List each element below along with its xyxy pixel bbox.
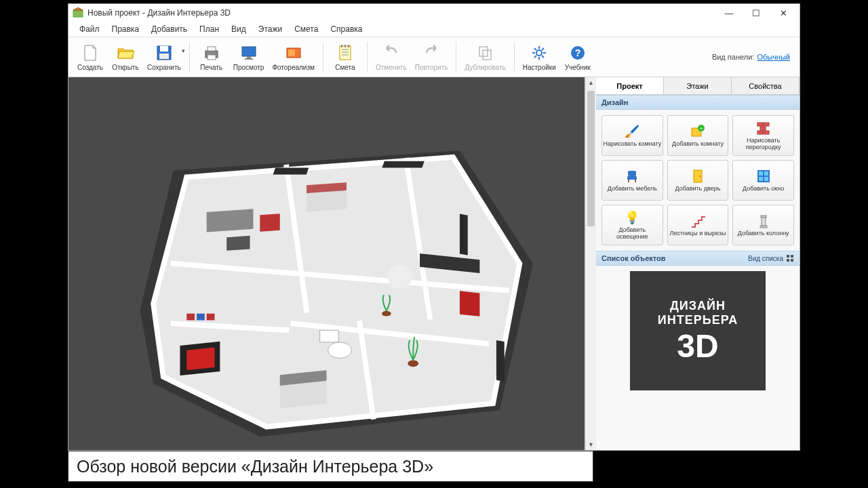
3d-viewport[interactable] xyxy=(68,77,585,450)
list-view-toggle[interactable]: Вид списка xyxy=(748,254,794,262)
add-furniture-button[interactable]: Добавить мебель xyxy=(601,160,663,201)
svg-rect-60 xyxy=(627,176,637,180)
svg-rect-70 xyxy=(760,226,767,228)
menu-help[interactable]: Справка xyxy=(325,23,368,35)
undo-icon xyxy=(382,43,401,62)
svg-rect-61 xyxy=(628,180,629,182)
door-icon xyxy=(690,168,706,184)
toolbar-separator xyxy=(323,42,323,72)
svg-text:+: + xyxy=(700,125,703,131)
monitor-icon xyxy=(239,43,258,62)
toolbar-separator xyxy=(189,42,190,72)
design-grid: 🖌️Нарисовать комнату +Добавить комнату Н… xyxy=(596,110,800,251)
menu-file[interactable]: Файл xyxy=(74,23,105,35)
section-objects-header: Список объектовВид списка xyxy=(596,251,800,266)
panel-type-label: Вид панели:Обычный xyxy=(712,53,795,61)
draw-room-button[interactable]: 🖌️Нарисовать комнату xyxy=(601,115,663,156)
svg-rect-20 xyxy=(479,47,488,56)
menu-plan[interactable]: План xyxy=(194,23,224,35)
svg-rect-55 xyxy=(764,123,769,126)
side-panel: Проект Этажи Свойства Дизайн 🖌️Нарисоват… xyxy=(596,77,800,450)
notepad-icon xyxy=(336,43,355,62)
duplicate-icon xyxy=(476,43,495,62)
window-icon xyxy=(755,168,772,184)
svg-point-47 xyxy=(382,311,391,317)
svg-rect-33 xyxy=(260,214,279,232)
panel-type-link[interactable]: Обычный xyxy=(757,53,790,61)
open-button[interactable]: Открыть xyxy=(108,38,143,76)
svg-rect-62 xyxy=(635,180,636,182)
svg-rect-19 xyxy=(348,45,349,47)
side-tabs: Проект Этажи Свойства xyxy=(596,77,800,95)
bulb-icon: 💡 xyxy=(624,209,640,226)
chair-icon xyxy=(624,168,640,184)
add-room-button[interactable]: +Добавить комнату xyxy=(667,115,729,156)
menu-add[interactable]: Добавить xyxy=(146,23,193,35)
svg-point-64 xyxy=(699,176,701,177)
add-door-button[interactable]: Добавить дверь xyxy=(667,160,729,201)
svg-point-39 xyxy=(388,265,412,289)
svg-text:?: ? xyxy=(574,47,580,58)
duplicate-button[interactable]: Дублировать xyxy=(460,38,509,76)
tab-project[interactable]: Проект xyxy=(596,77,664,94)
svg-rect-73 xyxy=(787,259,789,262)
svg-rect-21 xyxy=(483,50,491,60)
add-lighting-button[interactable]: 💡Добавить освещение xyxy=(601,205,663,245)
menu-floors[interactable]: Этажи xyxy=(253,23,288,35)
brush-icon: 🖌️ xyxy=(624,123,640,140)
svg-rect-69 xyxy=(762,218,766,226)
app-icon xyxy=(73,7,83,18)
preview-button[interactable]: Просмотр xyxy=(229,38,269,76)
minimize-button[interactable]: — xyxy=(715,5,743,21)
estimate-button[interactable]: Смета xyxy=(328,38,363,76)
draw-partition-button[interactable]: Нарисовать перегородку xyxy=(732,115,794,156)
scrollbar-thumb[interactable] xyxy=(587,91,595,226)
scroll-down-icon[interactable]: ▼ xyxy=(586,439,596,450)
add-column-button[interactable]: Добавить колонну xyxy=(732,205,794,245)
svg-rect-41 xyxy=(186,347,214,370)
settings-button[interactable]: Настройки xyxy=(519,38,560,76)
photoreal-button[interactable]: Фотореализм xyxy=(268,38,319,76)
svg-rect-38 xyxy=(460,291,479,316)
svg-rect-54 xyxy=(757,123,763,126)
svg-rect-58 xyxy=(764,131,769,134)
svg-rect-9 xyxy=(247,56,251,58)
content-area: ▲ ▼ Проект Этажи Свойства Дизайн 🖌️Нарис… xyxy=(68,77,800,450)
wall-icon xyxy=(755,120,772,136)
close-button[interactable]: ✕ xyxy=(770,5,797,21)
svg-rect-49 xyxy=(197,314,205,321)
undo-button[interactable]: Отменить xyxy=(372,38,411,76)
print-button[interactable]: Печать xyxy=(194,38,229,76)
tab-properties[interactable]: Свойства xyxy=(732,77,800,94)
svg-rect-7 xyxy=(208,55,216,60)
toolbar-separator xyxy=(456,42,456,72)
svg-marker-1 xyxy=(73,7,83,10)
maximize-button[interactable]: ☐ xyxy=(743,5,770,21)
svg-rect-4 xyxy=(159,54,169,59)
svg-rect-48 xyxy=(186,314,195,321)
promo-banner: ДИЗАЙН ИНТЕРЬЕРА 3D xyxy=(630,271,766,390)
create-button[interactable]: Создать xyxy=(73,38,108,76)
stairs-button[interactable]: Лестницы и вырезы xyxy=(667,205,729,245)
scroll-up-icon[interactable]: ▲ xyxy=(586,77,596,88)
room-add-icon: + xyxy=(690,123,706,140)
section-design-header: Дизайн xyxy=(596,95,800,110)
svg-rect-3 xyxy=(160,46,168,52)
add-window-button[interactable]: Добавить окно xyxy=(732,160,794,201)
viewport-scrollbar[interactable]: ▲ ▼ xyxy=(585,77,596,450)
menu-edit[interactable]: Правка xyxy=(106,23,145,35)
save-button[interactable]: Сохранить▾ xyxy=(143,38,185,76)
menu-view[interactable]: Вид xyxy=(226,23,252,35)
menu-estimate[interactable]: Смета xyxy=(289,23,323,35)
help-icon: ? xyxy=(568,43,587,62)
redo-button[interactable]: Повторить xyxy=(411,38,452,76)
svg-rect-31 xyxy=(496,340,505,382)
tab-floors[interactable]: Этажи xyxy=(664,77,732,94)
svg-point-46 xyxy=(408,360,418,367)
svg-rect-29 xyxy=(382,161,425,168)
app-window: Новый проект - Дизайн Интерьера 3D — ☐ ✕… xyxy=(68,3,800,451)
svg-rect-13 xyxy=(340,46,351,60)
tutorial-button[interactable]: ?Учебник xyxy=(560,38,595,76)
toolbar-separator xyxy=(367,42,368,72)
gear-icon xyxy=(530,43,549,62)
